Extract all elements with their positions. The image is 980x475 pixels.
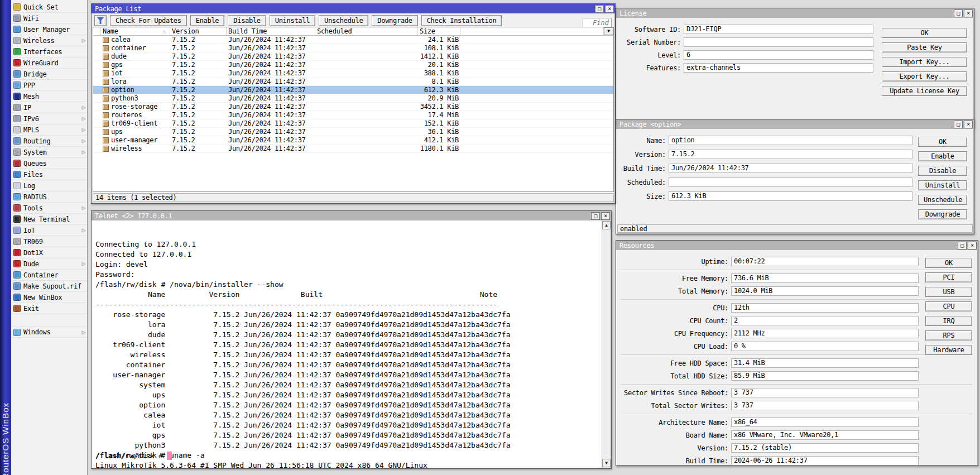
toolbar-button[interactable]: Check For Updates — [110, 15, 187, 26]
field-value[interactable]: 612.3 KiB — [669, 191, 912, 201]
field-value[interactable]: 3 737 — [731, 388, 919, 397]
sidebar-item[interactable]: RADIUS ▷ — [11, 191, 87, 203]
side-button[interactable]: PCI — [925, 272, 972, 282]
field-value[interactable]: 31.4 MiB — [731, 358, 919, 368]
close-icon[interactable]: × — [605, 5, 614, 13]
sidebar-item[interactable]: IPv6 ▷ — [11, 113, 87, 124]
sidebar-item[interactable]: Container ▷ — [11, 270, 87, 281]
field-value[interactable]: DJ21-EIQP — [684, 25, 873, 34]
side-button[interactable]: OK — [918, 137, 967, 147]
maximize-icon[interactable]: □ — [958, 242, 967, 250]
package-option-titlebar[interactable]: Package <option> □ × — [616, 119, 974, 129]
scroll-up-icon[interactable]: ▲ — [602, 221, 611, 229]
field-value[interactable]: 2112 MHz — [731, 329, 919, 338]
toolbar-button[interactable]: Disable — [228, 15, 266, 26]
sidebar-item[interactable]: WireGuard ▷ — [11, 57, 87, 69]
telnet-titlebar[interactable]: Telnet <2> 127.0.0.1 □ × — [92, 211, 611, 220]
sidebar-item[interactable]: IP ▷ — [11, 102, 87, 113]
table-row[interactable]: dude 7.15.2 Jun/26/2024 11:42:37 1412.1 … — [93, 52, 613, 61]
sidebar-item[interactable]: Windows ▷ — [11, 327, 87, 338]
table-row[interactable]: routeros 7.15.2 Jun/26/2024 11:42:37 17.… — [93, 111, 613, 119]
field-value[interactable]: Jun/26/2024 11:42:37 — [669, 164, 912, 173]
close-icon[interactable]: × — [601, 212, 610, 220]
toolbar-button[interactable]: Downgrade — [372, 15, 417, 26]
sidebar-item[interactable]: New Terminal ▷ — [11, 214, 87, 225]
table-row[interactable]: lora 7.15.2 Jun/26/2024 11:42:37 8.1 KiB — [93, 78, 613, 86]
sidebar-item[interactable]: Exit ▷ — [11, 303, 87, 314]
sidebar-item[interactable]: Make Supout.rif ▷ — [11, 281, 87, 292]
field-value[interactable]: 2024-06-26 11:42:37 — [731, 456, 919, 466]
filter-button[interactable] — [94, 15, 107, 26]
field-value[interactable]: 85.9 MiB — [731, 371, 919, 381]
field-value[interactable]: 00:07:22 — [731, 257, 919, 266]
table-row[interactable]: wireless 7.15.2 Jun/26/2024 11:42:37 118… — [93, 145, 613, 153]
side-button[interactable]: Downgrade — [918, 209, 967, 219]
column-header-name[interactable]: Name — [101, 27, 170, 35]
sidebar-item[interactable]: IoT ▷ — [11, 225, 87, 236]
table-row[interactable]: iot 7.15.2 Jun/26/2024 11:42:37 388.1 Ki… — [93, 69, 613, 78]
scroll-down-icon[interactable]: ▼ — [602, 459, 611, 467]
field-value[interactable]: 3 737 — [731, 401, 919, 410]
side-button[interactable]: USB — [925, 287, 972, 297]
field-value[interactable]: 12th — [731, 303, 919, 313]
sidebar-item[interactable]: WiFi ▷ — [11, 13, 87, 24]
side-button[interactable]: Enable — [918, 151, 967, 161]
table-row[interactable]: calea 7.15.2 Jun/26/2024 11:42:37 24.1 K… — [93, 36, 613, 44]
side-button[interactable]: Import Key... — [882, 57, 967, 67]
field-value[interactable]: 2 — [731, 316, 919, 325]
sidebar-item[interactable]: PPP ▷ — [11, 80, 87, 91]
side-button[interactable]: CPU — [925, 301, 972, 311]
toolbar-button[interactable]: Enable — [190, 15, 225, 26]
side-button[interactable]: Paste Key — [882, 42, 967, 52]
sidebar-item[interactable]: Log ▷ — [11, 180, 87, 191]
sidebar-item[interactable]: System ▷ — [11, 147, 87, 158]
close-icon[interactable]: × — [964, 9, 973, 17]
maximize-icon[interactable]: □ — [591, 212, 600, 220]
terminal-scrollbar[interactable]: ▲ ▼ — [602, 220, 611, 468]
column-select-dropdown-icon[interactable]: ▼ — [604, 27, 613, 35]
side-button[interactable]: Hardware — [925, 345, 972, 355]
column-header-version[interactable]: Version — [170, 27, 227, 35]
field-value[interactable] — [684, 37, 873, 47]
column-header-scheduled[interactable]: Scheduled — [315, 27, 418, 35]
sidebar-item[interactable]: Queues ▷ — [11, 158, 87, 169]
sidebar-item[interactable]: Routing ▷ — [11, 136, 87, 147]
close-icon[interactable]: × — [964, 121, 973, 128]
field-value[interactable]: x86_64 — [731, 418, 919, 427]
side-button[interactable]: Disable — [918, 166, 967, 176]
side-button[interactable]: OK — [925, 258, 972, 268]
maximize-icon[interactable]: □ — [954, 121, 963, 128]
sidebar-item[interactable]: Dot1X ▷ — [11, 247, 87, 258]
sidebar-item[interactable]: Dude ▷ — [11, 258, 87, 270]
field-value[interactable]: extra-channels — [684, 63, 873, 73]
side-button[interactable]: IRQ — [925, 316, 972, 326]
field-value[interactable]: 736.6 MiB — [731, 274, 919, 283]
side-button[interactable]: Uninstall — [918, 180, 967, 190]
maximize-icon[interactable]: □ — [954, 9, 963, 17]
sidebar-item[interactable]: Wireless ▷ — [11, 35, 87, 46]
sidebar-item[interactable]: User Manager ▷ — [11, 24, 87, 35]
side-button[interactable]: Update License Key — [882, 86, 967, 96]
license-titlebar[interactable]: License □ × — [616, 8, 974, 18]
sidebar-item[interactable]: Quick Set ▷ — [11, 2, 87, 13]
column-header-size[interactable]: Size — [418, 27, 460, 35]
field-value[interactable]: x86 VMware, Inc. VMware20,1 — [731, 430, 919, 440]
side-button[interactable]: Export Key... — [882, 71, 967, 81]
package-list-titlebar[interactable]: Package List □ × — [92, 4, 615, 13]
sidebar-item[interactable]: MPLS ▷ — [11, 124, 87, 136]
close-icon[interactable]: × — [968, 242, 977, 250]
table-row[interactable]: rose-storage 7.15.2 Jun/26/2024 11:42:37… — [93, 103, 613, 111]
sidebar-item[interactable]: Bridge ▷ — [11, 69, 87, 80]
table-row[interactable]: tr069-client 7.15.2 Jun/26/2024 11:42:37… — [93, 119, 613, 128]
table-row[interactable]: python3 7.15.2 Jun/26/2024 11:42:37 20.9… — [93, 94, 613, 103]
table-row[interactable]: option 7.15.2 Jun/26/2024 11:42:37 612.3… — [93, 86, 613, 94]
field-value[interactable]: 7.15.2 — [669, 150, 912, 159]
find-input[interactable] — [583, 18, 612, 27]
maximize-icon[interactable]: □ — [595, 5, 604, 13]
sidebar-item[interactable]: Files ▷ — [11, 169, 87, 180]
table-row[interactable]: container 7.15.2 Jun/26/2024 11:42:37 10… — [93, 44, 613, 52]
field-value[interactable]: 7.15.2 (stable) — [731, 443, 919, 453]
toolbar-button[interactable]: Unschedule — [319, 15, 368, 26]
table-row[interactable]: ups 7.15.2 Jun/26/2024 11:42:37 36.1 KiB — [93, 128, 613, 136]
side-button[interactable]: OK — [882, 28, 967, 38]
